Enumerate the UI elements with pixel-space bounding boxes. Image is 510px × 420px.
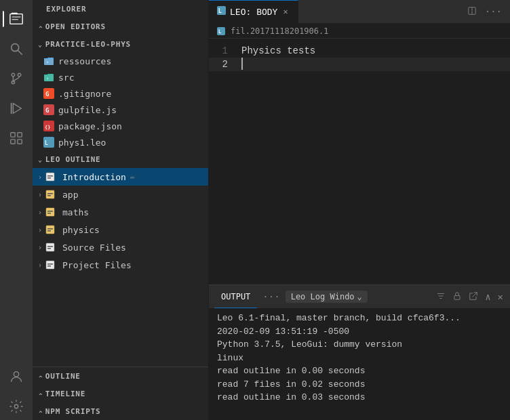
svg-point-6 (12, 73, 15, 77)
output-line-4: linux (217, 352, 502, 365)
sidebar-item-gitignore[interactable]: G .gitignore (33, 85, 208, 102)
practice-leo-phys-header[interactable]: ⌄ PRACTICE-LEO-PHYS (33, 35, 208, 53)
explorer-icon[interactable] (3, 5, 30, 33)
timeline-chevron: › (37, 392, 44, 396)
outline-item-physics[interactable]: › physics (33, 221, 208, 238)
line-content-2 (236, 58, 243, 71)
svg-rect-44 (46, 261, 54, 269)
tab-leo-icon: L (217, 6, 226, 17)
leo-node-icon-app (45, 189, 56, 200)
tab-leo-body-label: LEO: BODY (230, 7, 277, 17)
npm-chevron: › (37, 409, 44, 414)
leo-outline-section: ⌄ LEO OUTLINE › Introduction ✏ › (33, 150, 208, 366)
output-line-7: read outline in 0.03 seconds (217, 391, 502, 404)
editor-body[interactable]: 1 Physics tests 2 (209, 39, 510, 285)
outline-bottom-header[interactable]: › OUTLINE (33, 367, 208, 385)
chevron-source: › (38, 244, 42, 251)
explorer-title: EXPLORER (33, 0, 208, 18)
timeline-header[interactable]: › TIMELINE (33, 385, 208, 402)
bottom-sections: › OUTLINE › TIMELINE › NPM SCRIPTS (33, 366, 208, 420)
outline-item-introduction[interactable]: › Introduction ✏ (33, 168, 208, 186)
svg-rect-36 (47, 211, 53, 212)
svg-rect-39 (47, 228, 53, 230)
output-line-3: Python 3.7.5, LeoGui: dummy version (217, 338, 502, 352)
svg-rect-40 (47, 230, 51, 232)
panel-area: OUTPUT ··· Leo Log Windo ⌄ (209, 285, 510, 420)
outline-item-maths[interactable]: › maths (33, 203, 208, 221)
svg-rect-32 (46, 190, 54, 198)
git-icon: G (43, 88, 54, 99)
outline-item-source-files[interactable]: › Source Files (33, 238, 208, 256)
search-icon[interactable] (3, 35, 30, 62)
output-tab[interactable]: OUTPUT (214, 285, 257, 308)
svg-rect-41 (46, 243, 54, 251)
svg-point-4 (12, 44, 19, 51)
svg-point-16 (14, 404, 18, 408)
split-editor-button[interactable] (465, 5, 479, 19)
extensions-icon[interactable] (3, 125, 30, 152)
panel-close-button[interactable]: ✕ (496, 290, 505, 303)
panel-log-dropdown[interactable]: Leo Log Windo ⌄ (286, 291, 368, 303)
svg-rect-12 (18, 133, 22, 137)
edit-icon-intro[interactable]: ✏ (130, 172, 135, 182)
sidebar-item-gulpfile[interactable]: G gulpfile.js (33, 102, 208, 118)
svg-rect-37 (47, 213, 51, 214)
chevron-app: › (38, 191, 42, 198)
tab-actions: ··· (465, 0, 510, 23)
npm-scripts-header[interactable]: › NPM SCRIPTS (33, 402, 208, 420)
open-editors-header[interactable]: › OPEN EDITORS (33, 18, 208, 35)
svg-rect-30 (47, 175, 53, 177)
svg-rect-35 (46, 208, 54, 216)
svg-text:L: L (218, 7, 222, 14)
outline-item-project-files[interactable]: › Project Files (33, 256, 208, 274)
panel-tab-bar: OUTPUT ··· Leo Log Windo ⌄ (209, 285, 510, 309)
chevron-intro: › (38, 173, 42, 181)
tab-leo-body[interactable]: L LEO: BODY ✕ (209, 0, 298, 23)
editor-area: L fil.20171118201906.1 1 Physics tests 2 (209, 24, 510, 285)
sidebar-item-phys1-leo[interactable]: L phys1.leo (33, 134, 208, 150)
source-control-icon[interactable] (3, 65, 30, 92)
practice-chevron: ⌄ (38, 41, 43, 48)
svg-rect-42 (47, 246, 53, 247)
activity-bar (0, 0, 33, 420)
main-content: L LEO: BODY ✕ ··· L fil (209, 0, 510, 420)
svg-rect-13 (11, 140, 15, 144)
npm-icon: {} (43, 121, 54, 131)
line-number-1: 1 (209, 44, 236, 58)
account-icon[interactable] (3, 363, 30, 390)
leo-node-icon-physics (45, 224, 56, 235)
tab-close-button[interactable]: ✕ (281, 5, 289, 18)
svg-text:›: › (46, 60, 49, 65)
svg-line-5 (18, 51, 22, 55)
outline-item-app[interactable]: › app (33, 186, 208, 203)
run-icon[interactable] (3, 95, 30, 122)
leo-node-icon-maths (45, 207, 56, 217)
svg-text:L: L (218, 28, 222, 35)
sidebar-item-ressources[interactable]: › ressources (33, 53, 208, 69)
leo-node-icon-source (45, 242, 56, 253)
leo-outline-chevron: ⌄ (38, 156, 43, 163)
panel-open-editor-button[interactable] (467, 290, 479, 304)
breadcrumb-bar: L fil.20171118201906.1 (209, 24, 510, 39)
line-content-1: Physics tests (236, 44, 315, 58)
svg-rect-33 (47, 193, 53, 194)
leo-outline-header[interactable]: ⌄ LEO OUTLINE (33, 150, 208, 168)
svg-text:{}: {} (45, 125, 50, 130)
leo-node-icon-intro (45, 171, 56, 182)
output-line-6: read 7 files in 0.02 seconds (217, 378, 502, 392)
panel-tab-more[interactable]: ··· (260, 290, 282, 303)
sidebar-item-package-json[interactable]: {} package.json (33, 118, 208, 134)
sidebar-item-src[interactable]: › src (33, 69, 208, 85)
panel-filter-button[interactable] (435, 290, 447, 304)
panel-lock-button[interactable] (451, 290, 463, 304)
more-actions-button[interactable]: ··· (482, 5, 505, 18)
text-cursor (241, 58, 243, 70)
svg-point-15 (14, 372, 18, 377)
tab-bar: L LEO: BODY ✕ ··· (209, 0, 510, 24)
settings-icon[interactable] (3, 393, 30, 420)
svg-point-7 (18, 73, 21, 77)
svg-text:G: G (45, 91, 49, 98)
code-line-2: 2 (209, 58, 510, 71)
svg-rect-38 (46, 226, 54, 234)
panel-scroll-up-button[interactable]: ∧ (484, 290, 492, 303)
